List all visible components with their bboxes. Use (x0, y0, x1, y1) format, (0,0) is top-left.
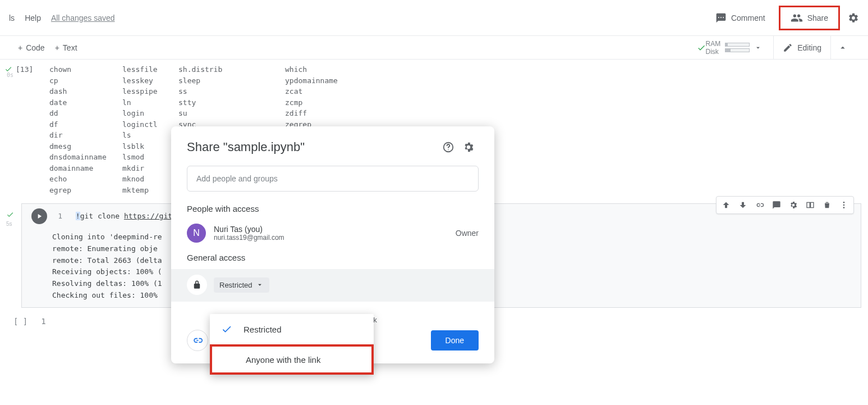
svg-point-0 (843, 202, 845, 203)
share-highlight-box: Share (779, 6, 840, 30)
add-code-button[interactable]: + Code (18, 43, 45, 52)
line-number: 1 (41, 317, 45, 326)
code-url: https://git (124, 212, 172, 220)
avatar: N (187, 224, 206, 243)
access-options-menu: Restricted Anyone with the link (210, 314, 374, 375)
collapse-button[interactable] (830, 36, 855, 59)
settings-button[interactable] (848, 12, 859, 24)
general-access-title: General access (187, 253, 479, 262)
code-text: git clone (80, 212, 124, 220)
editing-mode-button[interactable]: Editing (773, 36, 830, 59)
code-editor[interactable]: 1 !git clone https://git (51, 206, 172, 226)
svg-point-2 (843, 207, 845, 208)
ram-bar (725, 43, 750, 47)
disk-label: Disk (706, 48, 721, 56)
person-name: Nuri Tas (you) (214, 225, 284, 234)
mirror-icon (806, 201, 815, 210)
arrow-down-icon (738, 201, 747, 210)
gear-icon (462, 141, 475, 153)
gear-icon (848, 12, 859, 24)
editing-label: Editing (797, 43, 821, 52)
person-row: N Nuri Tas (you) nuri.tass19@gmail.com O… (187, 220, 479, 253)
menu-item-help[interactable]: Help (25, 13, 41, 22)
share-button[interactable]: Share (783, 8, 836, 28)
move-down-button[interactable] (734, 198, 751, 212)
execution-time: 5s (6, 221, 12, 227)
option-anyone-label: Anyone with the link (246, 355, 320, 365)
mirror-cell-button[interactable] (802, 198, 819, 212)
plus-icon: + (55, 43, 59, 52)
cell-gutter: [13] 0s (4, 64, 49, 74)
more-cell-button[interactable] (835, 198, 852, 212)
add-text-button[interactable]: + Text (55, 43, 77, 52)
connection-check-icon (697, 43, 706, 52)
add-text-label: Text (63, 43, 77, 52)
link-icon (192, 335, 203, 346)
disk-bar (725, 48, 750, 52)
lock-badge (187, 275, 207, 295)
option-restricted-label: Restricted (244, 325, 282, 334)
dialog-title: Share "sample.ipynb" (187, 140, 438, 154)
code-selection: ! (76, 212, 80, 220)
menu-bar: ls Help All changes saved (9, 13, 115, 22)
comment-icon (772, 201, 781, 210)
comment-icon (715, 12, 727, 24)
trash-icon (823, 201, 832, 210)
link-cell-button[interactable] (751, 198, 768, 212)
plus-icon: + (18, 43, 22, 52)
resource-labels: RAM Disk (706, 40, 721, 56)
chevron-down-icon (256, 281, 264, 289)
cell-action-toolbar (716, 196, 854, 214)
resource-indicator[interactable]: RAM Disk (706, 40, 763, 56)
run-cell-button[interactable] (31, 208, 47, 224)
link-icon (755, 201, 764, 210)
help-icon (442, 141, 454, 153)
people-icon (791, 12, 803, 24)
svg-point-1 (843, 204, 845, 206)
add-code-label: Code (26, 43, 44, 52)
lock-icon (192, 280, 202, 290)
comment-button[interactable]: Comment (715, 12, 765, 24)
move-up-button[interactable] (718, 198, 734, 212)
person-email: nuri.tass19@gmail.com (214, 234, 284, 242)
share-label: Share (807, 13, 828, 22)
dialog-settings-button[interactable] (458, 141, 479, 153)
svg-point-4 (448, 149, 448, 150)
person-role: Owner (456, 229, 479, 238)
comment-label: Comment (731, 13, 765, 22)
execution-count-empty: [ ] (13, 317, 27, 326)
check-icon (221, 324, 244, 335)
ram-label: RAM (706, 40, 721, 48)
access-dropdown-label: Restricted (219, 281, 252, 289)
chevron-up-icon (838, 43, 848, 53)
line-number: 1 (51, 212, 62, 220)
copy-link-button[interactable] (187, 330, 208, 351)
execution-time: 0s (7, 72, 13, 78)
option-restricted[interactable]: Restricted (210, 314, 374, 344)
delete-cell-button[interactable] (819, 198, 835, 212)
chevron-down-icon[interactable] (754, 44, 762, 52)
option-anyone[interactable]: Anyone with the link (210, 344, 374, 375)
pencil-icon (783, 43, 793, 53)
general-access-block: Restricted (171, 269, 494, 302)
check-icon (6, 211, 14, 219)
help-button[interactable] (438, 141, 458, 153)
add-people-input[interactable]: Add people and groups (187, 166, 479, 192)
done-button[interactable]: Done (431, 330, 479, 351)
menu-item-tools[interactable]: ls (9, 13, 15, 22)
access-dropdown[interactable]: Restricted (214, 277, 269, 293)
arrow-up-icon (722, 201, 731, 210)
resource-bars (725, 43, 750, 52)
more-vert-icon (839, 201, 848, 210)
cell-settings-button[interactable] (785, 198, 802, 212)
comment-cell-button[interactable] (768, 198, 785, 212)
people-section-title: People with access (187, 204, 479, 213)
gear-icon (789, 201, 798, 210)
execution-count: [13] (16, 65, 33, 74)
top-app-bar: ls Help All changes saved Comment Share (0, 0, 868, 36)
notebook-toolbar: + Code + Text RAM Disk Editing (0, 36, 868, 60)
save-status[interactable]: All changes saved (51, 13, 115, 22)
play-icon (35, 212, 43, 220)
